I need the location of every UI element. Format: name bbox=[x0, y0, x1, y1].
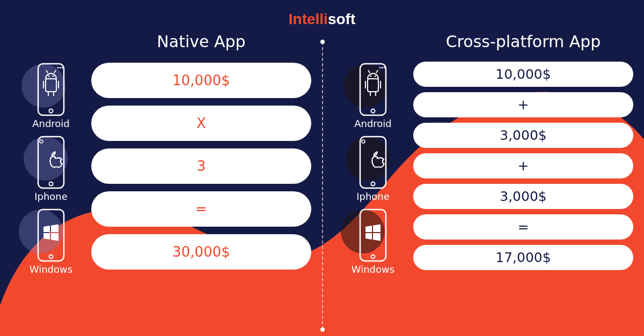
native-equals: = bbox=[91, 191, 311, 227]
logo-accent: Intelli bbox=[289, 11, 328, 27]
windows-phone-icon bbox=[35, 208, 67, 262]
android-label-r: Android bbox=[354, 118, 392, 129]
svg-point-12 bbox=[48, 76, 50, 77]
iphone-device: Iphone bbox=[34, 136, 68, 202]
native-cost-1: 10,000$ bbox=[91, 63, 311, 98]
logo: Intellisoft bbox=[289, 11, 355, 28]
cross-plus-2: + bbox=[413, 153, 633, 178]
svg-rect-14 bbox=[38, 137, 64, 188]
svg-rect-3 bbox=[60, 67, 61, 69]
iphone-icon bbox=[357, 136, 389, 189]
svg-marker-43 bbox=[373, 225, 380, 233]
android-device-r: Android bbox=[354, 63, 392, 129]
svg-point-38 bbox=[371, 182, 375, 186]
svg-rect-27 bbox=[384, 67, 385, 69]
windows-label-r: Windows bbox=[352, 264, 394, 275]
cross-pills: 10,000$ + 3,000$ + 3,000$ = 17,000$ bbox=[413, 58, 633, 270]
iphone-label: Iphone bbox=[34, 191, 68, 202]
svg-rect-26 bbox=[382, 67, 383, 69]
windows-device: Windows bbox=[30, 208, 72, 275]
iphone-device-r: Iphone bbox=[356, 136, 390, 202]
svg-marker-44 bbox=[365, 233, 372, 240]
native-devices: Android Iphone bbox=[11, 58, 91, 275]
cross-cost-3: 3,000$ bbox=[413, 184, 633, 209]
android-label: Android bbox=[32, 118, 70, 129]
svg-point-18 bbox=[49, 255, 53, 259]
svg-marker-19 bbox=[43, 226, 50, 232]
svg-point-39 bbox=[362, 140, 365, 143]
svg-line-11 bbox=[54, 70, 56, 73]
svg-point-41 bbox=[371, 255, 375, 259]
cross-equals: = bbox=[413, 214, 633, 240]
svg-line-10 bbox=[46, 70, 48, 73]
svg-point-16 bbox=[40, 140, 43, 143]
cross-cost-1: 10,000$ bbox=[413, 62, 633, 87]
svg-marker-20 bbox=[51, 225, 58, 233]
svg-rect-25 bbox=[379, 67, 381, 69]
center-divider bbox=[322, 42, 323, 330]
cross-platform-column: Cross-platform App bbox=[333, 32, 633, 275]
android-phone-icon bbox=[357, 63, 389, 116]
svg-rect-23 bbox=[360, 64, 386, 115]
svg-line-34 bbox=[376, 70, 378, 73]
svg-point-13 bbox=[53, 76, 54, 77]
svg-rect-37 bbox=[360, 137, 386, 188]
svg-point-1 bbox=[49, 109, 53, 113]
android-device: Android bbox=[32, 63, 70, 129]
svg-rect-28 bbox=[368, 79, 378, 92]
svg-point-15 bbox=[49, 182, 53, 186]
svg-rect-2 bbox=[57, 67, 59, 69]
cross-plus-1: + bbox=[413, 92, 633, 117]
svg-rect-0 bbox=[38, 64, 64, 115]
svg-marker-45 bbox=[373, 233, 380, 241]
windows-device-r: Windows bbox=[352, 208, 394, 275]
iphone-icon bbox=[35, 136, 67, 189]
native-total: 30,000$ bbox=[91, 234, 311, 270]
cross-cost-2: 3,000$ bbox=[413, 123, 633, 148]
cross-devices: Android Iphone bbox=[333, 58, 413, 275]
native-app-column: Native App bbox=[11, 32, 311, 275]
logo-main: soft bbox=[328, 11, 355, 27]
svg-point-36 bbox=[375, 76, 376, 77]
svg-point-24 bbox=[371, 109, 375, 113]
android-phone-icon bbox=[35, 63, 67, 116]
svg-rect-4 bbox=[62, 67, 63, 69]
native-count: 3 bbox=[91, 148, 311, 184]
svg-marker-22 bbox=[51, 233, 58, 241]
native-pills: 10,000$ X 3 = 30,000$ bbox=[91, 58, 311, 270]
svg-marker-42 bbox=[365, 226, 372, 232]
windows-phone-icon bbox=[357, 208, 389, 262]
native-title: Native App bbox=[91, 32, 311, 51]
svg-marker-21 bbox=[43, 233, 50, 240]
svg-point-35 bbox=[370, 76, 372, 77]
svg-rect-5 bbox=[46, 79, 56, 92]
cross-total: 17,000$ bbox=[413, 245, 633, 270]
iphone-label-r: Iphone bbox=[356, 191, 390, 202]
svg-line-33 bbox=[368, 70, 370, 73]
cross-title: Cross-platform App bbox=[413, 32, 633, 51]
native-multiply: X bbox=[91, 106, 311, 141]
windows-label: Windows bbox=[30, 264, 72, 275]
